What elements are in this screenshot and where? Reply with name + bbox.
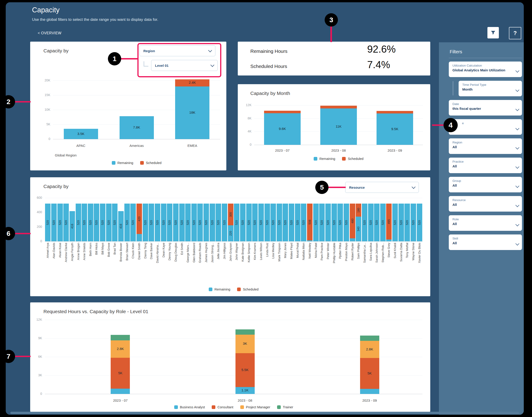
annotation-highlight-rect bbox=[137, 43, 221, 77]
annotation-connector-line bbox=[328, 187, 346, 188]
annotation-badge-6: 6 bbox=[2, 227, 15, 240]
annotation-badge-2: 2 bbox=[2, 95, 15, 108]
annotation-connector-line bbox=[14, 101, 31, 103]
annotation-connector-line bbox=[330, 26, 332, 42]
annotation-badge-3: 3 bbox=[325, 13, 338, 27]
annotation-connector-line bbox=[14, 356, 31, 357]
annotation-connector-line bbox=[14, 233, 31, 234]
annotation-badge-7: 7 bbox=[2, 350, 15, 363]
annotation-badge-1: 1 bbox=[108, 52, 121, 65]
callout-annotations: 1234567 bbox=[0, 0, 532, 417]
annotation-badge-5: 5 bbox=[315, 181, 328, 194]
annotation-connector-line bbox=[432, 125, 444, 126]
annotation-connector-line bbox=[121, 58, 138, 60]
annotation-badge-4: 4 bbox=[443, 118, 458, 132]
